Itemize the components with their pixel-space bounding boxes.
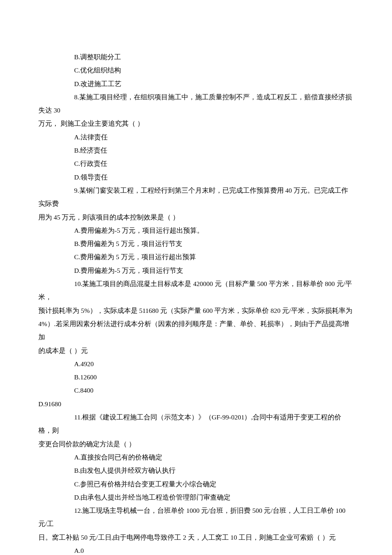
text-line: A.4920	[38, 357, 354, 370]
text-line: 变更合同价款的确定方法是（ ）	[38, 437, 354, 451]
text-line: C.费用偏差为 5 万元，项目运行超出预算	[38, 250, 354, 263]
text-line: 万元， 则施工企业主要追究其（ ）	[38, 117, 354, 130]
text-line: A.费用偏差为-5 万元，项目运行超出预算。	[38, 224, 354, 237]
text-line: C.8400	[38, 384, 354, 397]
text-line: 的成本是（ ）元	[38, 344, 354, 357]
text-line: D.91680	[38, 397, 354, 410]
text-line: 8.某施工项目经理，在组织项目施工中，施工质量控制不严，造成工程反工，赔偿直接经…	[38, 90, 354, 117]
text-line: B.由发包人提供并经双方确认执行	[38, 464, 354, 477]
text-line: A.0	[38, 544, 354, 555]
text-line: C.行政责任	[38, 157, 354, 170]
text-line: B.12600	[38, 370, 354, 384]
text-line: C.参照已有价格并结合变更工程量大小综合确定	[38, 477, 354, 491]
text-line: A.法律责任	[38, 130, 354, 144]
text-line: C.优化组织结构	[38, 64, 354, 77]
text-line: B.费用偏差为 5 万元，项目运行节支	[38, 237, 354, 250]
text-line: 日。窝工补贴 50 元/工日,由于电网停电导致停工 2 天，人工窝工 10 工日…	[38, 531, 354, 544]
text-line: B.经济责任	[38, 144, 354, 157]
text-line: D.改进施工工艺	[38, 77, 354, 90]
text-line: D.由承包人提出并经当地工程造价管理部门审查确定	[38, 491, 354, 504]
text-line: 12.施工现场主导机械一台，台班单价 1000 元/台班，折旧费 500 元/台…	[38, 504, 354, 531]
text-line: D.领导责任	[38, 171, 354, 184]
document-body: B.调整职能分工C.优化组织结构D.改进施工工艺8.某施工项目经理，在组织项目施…	[38, 50, 354, 555]
text-line: 11.根据《建设工程施工合同（示范文本）》（GF-99-0201）,合同中有适用…	[38, 410, 354, 437]
text-line: D.费用偏差为-5 万元，项目运行节支	[38, 264, 354, 277]
text-line: 10.某施工项目的商品混凝土目标成本是 420000 元（目标产量 500 平方…	[38, 277, 354, 304]
text-line: B.调整职能分工	[38, 50, 354, 64]
text-line: A.直接按合同已有的价格确定	[38, 451, 354, 464]
text-line: 4%）.若采用因素分析法进行成本分析（因素的排列顺序是：产量、单价、耗损率），则…	[38, 317, 354, 344]
text-line: 预计损耗率为 5%），实际成本是 511680 元（实际产量 600 平方米，实…	[38, 304, 354, 317]
text-line: 9.某钢门窗安装工程，工程经行到第三个月末时，已完成工作预算费用 40 万元。已…	[38, 184, 354, 211]
text-line: 用为 45 万元，则该项目的成本控制效果是（ ）	[38, 211, 354, 224]
